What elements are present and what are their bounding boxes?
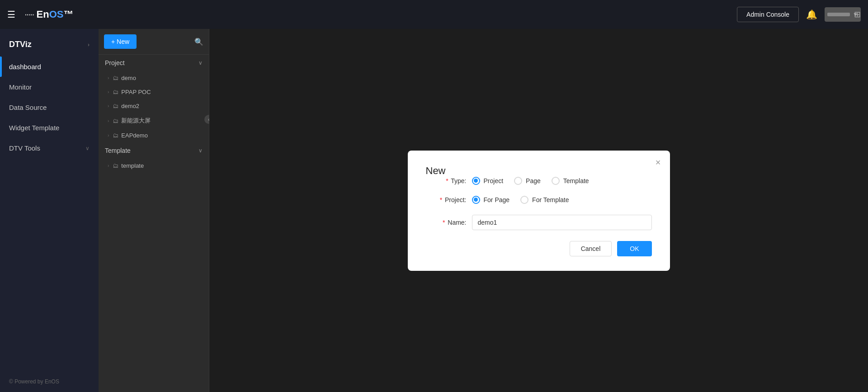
hamburger-icon[interactable]: ☰ (7, 9, 15, 20)
folder-icon: 🗂 (113, 103, 118, 109)
dtviz-chevron-icon: › (88, 42, 90, 48)
tree-arrow-icon: › (108, 133, 109, 138)
tree-item-demo2[interactable]: › 🗂 demo2 (99, 99, 209, 113)
grid-icon[interactable]: ⊞ (854, 9, 861, 19)
avatar-bar (827, 13, 850, 16)
navbar-right: Admin Console 🔔 ▼ (737, 7, 861, 22)
tree-item-eapdemo[interactable]: › 🗂 EAPdemo (99, 128, 209, 142)
for-page-radio[interactable] (472, 196, 480, 204)
tree-item-label: EAPdemo (121, 132, 148, 139)
project-row: * Project: For Page For Template (426, 196, 652, 204)
tree-arrow-icon: › (108, 104, 109, 109)
logo-text: EnOS™ (37, 9, 74, 20)
folder-icon: 🗂 (113, 75, 118, 81)
navbar: ☰ ····· EnOS™ Admin Console 🔔 ▼ ⊞ (0, 0, 868, 29)
for-template-label: For Template (532, 196, 569, 203)
template-chevron-icon: ∨ (198, 147, 203, 154)
secondary-sidebar: + New 🔍 Project ∨ › 🗂 demo › 🗂 PPAP POC … (99, 29, 209, 392)
template-section-label: Template (105, 147, 131, 154)
sidebar-dtv-tools-label: DTV Tools (9, 144, 85, 152)
for-page-option[interactable]: For Page (472, 196, 510, 204)
tree-item-label: PPAP POC (121, 89, 151, 95)
tree-arrow-icon: › (108, 163, 109, 168)
sidebar-item-data-source[interactable]: Data Source (0, 97, 99, 118)
project-radio-group: For Page For Template (472, 196, 569, 204)
type-project-option[interactable]: Project (472, 177, 504, 185)
new-dialog: New × * Type: Project (408, 151, 670, 271)
type-page-radio[interactable] (514, 177, 522, 185)
for-template-radio[interactable] (520, 196, 528, 204)
tree-item-xinneng[interactable]: › 🗂 新能源大屏 (99, 113, 209, 128)
for-template-option[interactable]: For Template (520, 196, 569, 204)
sidebar-dtviz-label: DTViz (9, 40, 88, 49)
name-required: * (443, 219, 445, 226)
name-row: * Name: (426, 215, 652, 230)
main-layout: DTViz › dashboard Monitor Data Source Wi… (0, 29, 868, 392)
modal-footer: Cancel OK (426, 241, 652, 256)
tree-item-demo[interactable]: › 🗂 demo (99, 71, 209, 85)
tree-item-template[interactable]: › 🗂 template (99, 159, 209, 173)
type-project-radio[interactable] (472, 177, 480, 185)
project-section-label: Project (105, 59, 125, 66)
name-input[interactable] (472, 215, 652, 230)
sidebar-nav: DTViz › dashboard Monitor Data Source Wi… (0, 29, 99, 371)
modal-title: New (426, 165, 446, 176)
tree-item-label: demo2 (121, 103, 139, 109)
dtv-tools-chevron-icon: ∨ (85, 145, 90, 151)
secondary-toolbar: + New 🔍 (99, 29, 209, 55)
sidebar-data-source-label: Data Source (9, 104, 90, 111)
sidebar-footer: © Powered by EnOS (0, 371, 99, 392)
project-chevron-icon: ∨ (198, 60, 203, 66)
logo: ····· EnOS™ (24, 9, 737, 20)
tree-arrow-icon: › (108, 118, 109, 123)
name-label: * Name: (426, 219, 467, 226)
sidebar-dashboard-label: dashboard (9, 63, 90, 71)
type-project-label: Project (484, 177, 504, 184)
type-template-option[interactable]: Template (552, 177, 589, 185)
bell-icon[interactable]: 🔔 (806, 9, 817, 20)
admin-console-button[interactable]: Admin Console (737, 7, 799, 22)
powered-by-label: © Powered by EnOS (9, 378, 59, 385)
tree-item-label: 新能源大屏 (121, 117, 151, 125)
close-button[interactable]: × (656, 158, 661, 167)
project-section-header[interactable]: Project ∨ (99, 55, 209, 71)
sidebar-monitor-label: Monitor (9, 83, 90, 91)
type-row: * Type: Project Page (426, 177, 652, 185)
folder-icon: 🗂 (113, 162, 118, 169)
sidebar: DTViz › dashboard Monitor Data Source Wi… (0, 29, 99, 392)
type-page-label: Page (526, 177, 541, 184)
type-required: * (446, 177, 448, 184)
new-button[interactable]: + New (104, 34, 137, 49)
type-template-radio[interactable] (552, 177, 560, 185)
project-required: * (440, 196, 442, 203)
tree-item-label: template (121, 162, 144, 169)
logo-dots-icon: ····· (24, 9, 34, 20)
sidebar-item-dtv-tools[interactable]: DTV Tools ∨ (0, 138, 99, 158)
project-label: * Project: (426, 196, 467, 203)
tree-item-label: demo (121, 75, 136, 81)
search-icon[interactable]: 🔍 (194, 38, 203, 46)
folder-icon: 🗂 (113, 132, 118, 139)
folder-icon: 🗂 (113, 89, 118, 95)
cancel-button[interactable]: Cancel (570, 241, 612, 256)
template-section-header[interactable]: Template ∨ (99, 142, 209, 159)
type-radio-group: Project Page Template (472, 177, 589, 185)
sidebar-item-widget-template[interactable]: Widget Template (0, 118, 99, 138)
sidebar-item-dtviz[interactable]: DTViz › (0, 33, 99, 57)
modal-overlay: New × * Type: Project (209, 29, 868, 392)
ok-button[interactable]: OK (617, 241, 651, 256)
tree-item-ppap-poc[interactable]: › 🗂 PPAP POC (99, 85, 209, 99)
type-label: * Type: (426, 177, 467, 184)
tree-arrow-icon: › (108, 76, 109, 80)
type-page-option[interactable]: Page (514, 177, 541, 185)
type-template-label: Template (563, 177, 589, 184)
tree-arrow-icon: › (108, 90, 109, 94)
sidebar-item-monitor[interactable]: Monitor (0, 77, 99, 97)
content-area: New × * Type: Project (209, 29, 868, 392)
sidebar-widget-template-label: Widget Template (9, 124, 90, 132)
sidebar-item-dashboard[interactable]: dashboard (0, 57, 99, 77)
for-page-label: For Page (484, 196, 510, 203)
folder-icon: 🗂 (113, 118, 118, 124)
